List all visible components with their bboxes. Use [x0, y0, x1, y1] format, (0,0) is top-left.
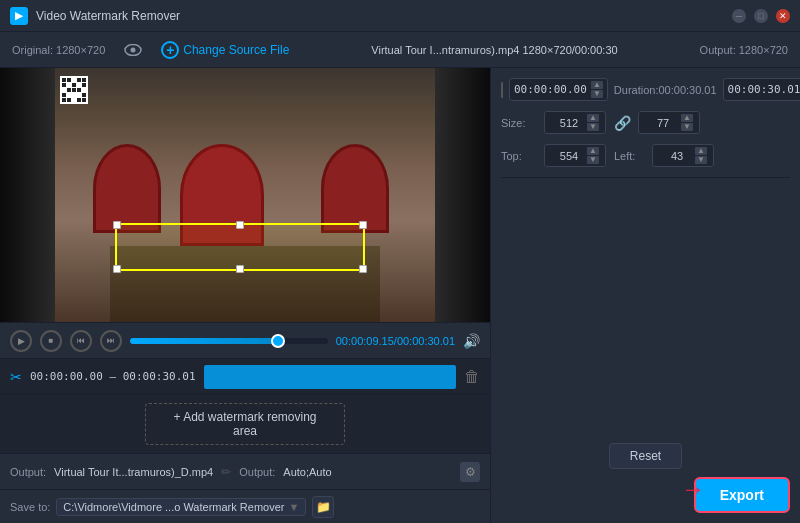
output-format-val: Auto;Auto: [283, 466, 331, 478]
selection-box[interactable]: [115, 223, 365, 271]
arch-window-3: [321, 144, 389, 233]
topbar: Original: 1280×720 + Change Source File …: [0, 32, 800, 68]
bottom-left: + Add watermark removing area: [0, 394, 490, 453]
top-spinner[interactable]: ▲ ▼: [587, 147, 599, 164]
size-label: Size:: [501, 117, 536, 129]
start-time-value: 00:00:00.00: [514, 83, 587, 96]
dropdown-arrow-icon: ▼: [288, 501, 299, 513]
export-button[interactable]: Export: [694, 477, 790, 513]
left-panel: ▶ ■ ⏮ ⏭ 00:00:09.15/00:00:30.01 🔊 ✂ 00:0…: [0, 68, 490, 523]
handle-bl[interactable]: [113, 265, 121, 273]
left-spinner[interactable]: ▲ ▼: [695, 147, 707, 164]
next-frame-button[interactable]: ⏭: [100, 330, 122, 352]
svg-point-1: [131, 47, 136, 52]
save-path-button[interactable]: C:\Vidmore\Vidmore ...o Watermark Remove…: [56, 498, 306, 516]
trash-icon[interactable]: 🗑: [464, 368, 480, 386]
time-range-row: 00:00:00.00 ▲ ▼ Duration:00:00:30.01 00:…: [501, 78, 790, 101]
save-label: Save to:: [10, 501, 50, 513]
time-display: 00:00:09.15/00:00:30.01: [336, 335, 455, 347]
qr-watermark: [60, 76, 88, 104]
edit-icon[interactable]: ✏: [221, 465, 231, 479]
bracket-left-icon: [501, 82, 503, 98]
top-down[interactable]: ▼: [587, 156, 599, 164]
app-icon: ▶: [10, 7, 28, 25]
handle-bm[interactable]: [236, 265, 244, 273]
progress-thumb[interactable]: [271, 334, 285, 348]
top-input[interactable]: 554 ▲ ▼: [544, 144, 606, 167]
clip-row: ✂ 00:00:00.00 — 00:00:30.01 🗑: [0, 358, 490, 394]
prev-frame-button[interactable]: ⏮: [70, 330, 92, 352]
left-input[interactable]: 43 ▲ ▼: [652, 144, 714, 167]
size-height-spinner[interactable]: ▲ ▼: [681, 114, 693, 131]
change-source-button[interactable]: + Change Source File: [161, 41, 289, 59]
top-label: Top:: [501, 150, 536, 162]
end-time-input[interactable]: 00:00:30.01 ▲ ▼: [723, 78, 800, 101]
scene-middle: [55, 68, 435, 322]
right-bottom: Reset Export: [501, 443, 790, 513]
gate-left: [0, 68, 55, 322]
left-down[interactable]: ▼: [695, 156, 707, 164]
size-width-value: 512: [551, 117, 587, 129]
clip-icon: ✂: [10, 369, 22, 385]
start-time-up[interactable]: ▲: [591, 81, 603, 89]
clip-timeline[interactable]: [204, 365, 456, 389]
left-label: Left:: [614, 150, 644, 162]
export-arrow-indicator: →: [681, 475, 705, 503]
output-resolution-label: Output: 1280×720: [700, 44, 788, 56]
size-height-down[interactable]: ▼: [681, 123, 693, 131]
end-time-value: 00:00:30.01: [728, 83, 800, 96]
add-watermark-button[interactable]: + Add watermark removing area: [145, 403, 345, 445]
video-preview: [0, 68, 490, 322]
play-button[interactable]: ▶: [10, 330, 32, 352]
size-height-up[interactable]: ▲: [681, 114, 693, 122]
file-info: Virtual Tour I...ntramuros).mp4 1280×720…: [305, 44, 683, 56]
handle-tm[interactable]: [236, 221, 244, 229]
left-value: 43: [659, 150, 695, 162]
top-up[interactable]: ▲: [587, 147, 599, 155]
maximize-button[interactable]: □: [754, 9, 768, 23]
size-width-up[interactable]: ▲: [587, 114, 599, 122]
settings-icon[interactable]: ⚙: [460, 462, 480, 482]
reset-button[interactable]: Reset: [609, 443, 682, 469]
handle-tl[interactable]: [113, 221, 121, 229]
output-label-left: Output:: [10, 466, 46, 478]
stop-button[interactable]: ■: [40, 330, 62, 352]
app-title: Video Watermark Remover: [36, 9, 732, 23]
titlebar: ▶ Video Watermark Remover ─ □ ✕: [0, 0, 800, 32]
start-time-down[interactable]: ▼: [591, 90, 603, 98]
gate-right: [435, 68, 490, 322]
start-time-spinner[interactable]: ▲ ▼: [591, 81, 603, 98]
output-format-label: Output:: [239, 466, 275, 478]
handle-tr[interactable]: [359, 221, 367, 229]
change-source-label: Change Source File: [183, 43, 289, 57]
divider: [501, 177, 790, 178]
folder-button[interactable]: 📁: [312, 496, 334, 518]
size-width-spinner[interactable]: ▲ ▼: [587, 114, 599, 131]
close-button[interactable]: ✕: [776, 9, 790, 23]
plus-circle-icon: +: [161, 41, 179, 59]
size-width-down[interactable]: ▼: [587, 123, 599, 131]
window-controls: ─ □ ✕: [732, 9, 790, 23]
timeline-bar: ▶ ■ ⏮ ⏭ 00:00:09.15/00:00:30.01 🔊: [0, 322, 490, 358]
output-filename: Virtual Tour It...tramuros)_D.mp4: [54, 466, 213, 478]
size-row: Size: 512 ▲ ▼ 🔗 77 ▲ ▼: [501, 111, 790, 134]
left-up[interactable]: ▲: [695, 147, 707, 155]
top-value: 554: [551, 150, 587, 162]
duration-label: Duration:00:00:30.01: [614, 84, 717, 96]
start-time-input[interactable]: 00:00:00.00 ▲ ▼: [509, 78, 608, 101]
clip-time-range: 00:00:00.00 — 00:00:30.01: [30, 370, 196, 383]
handle-br[interactable]: [359, 265, 367, 273]
output-row: Output: Virtual Tour It...tramuros)_D.mp…: [0, 453, 490, 489]
volume-icon[interactable]: 🔊: [463, 333, 480, 349]
main-area: ▶ ■ ⏮ ⏭ 00:00:09.15/00:00:30.01 🔊 ✂ 00:0…: [0, 68, 800, 523]
eye-icon[interactable]: [121, 38, 145, 62]
progress-filled: [130, 338, 278, 344]
right-panel: 00:00:00.00 ▲ ▼ Duration:00:00:30.01 00:…: [490, 68, 800, 523]
minimize-button[interactable]: ─: [732, 9, 746, 23]
video-frame: [0, 68, 490, 322]
size-width-input[interactable]: 512 ▲ ▼: [544, 111, 606, 134]
position-row: Top: 554 ▲ ▼ Left: 43 ▲ ▼: [501, 144, 790, 167]
size-height-input[interactable]: 77 ▲ ▼: [638, 111, 700, 134]
link-icon[interactable]: 🔗: [614, 115, 630, 131]
progress-bar[interactable]: [130, 338, 328, 344]
